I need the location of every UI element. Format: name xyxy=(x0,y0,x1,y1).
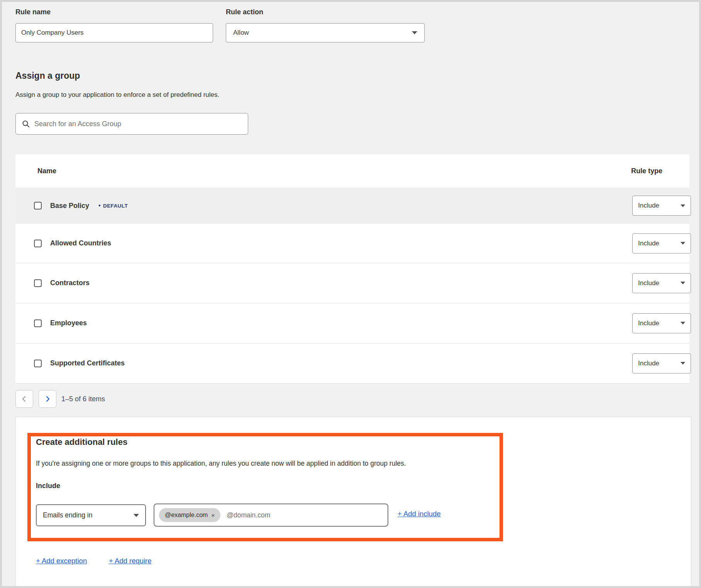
chevron-right-icon xyxy=(44,395,51,402)
badge-text: DEFAULT xyxy=(103,203,128,209)
prev-page-button[interactable] xyxy=(15,390,33,408)
chevron-down-icon xyxy=(681,242,685,245)
rule-selector-value: Emails ending in xyxy=(43,511,92,519)
rule-type-select[interactable]: Include xyxy=(632,313,691,333)
rule-type-select[interactable]: Include xyxy=(632,353,691,373)
table-row: Employees Include xyxy=(15,303,689,343)
email-domain-input[interactable] xyxy=(227,511,383,519)
search-icon xyxy=(22,120,30,128)
group-name: Base Policy xyxy=(50,202,89,210)
row-checkbox[interactable] xyxy=(34,319,42,327)
row-checkbox[interactable] xyxy=(34,360,42,367)
badge-bullet: • xyxy=(98,202,101,209)
rule-name-input[interactable] xyxy=(21,29,207,37)
rule-type-select[interactable]: Include xyxy=(632,233,691,253)
rule-name-field-wrap xyxy=(15,23,213,42)
tag-label: @example.com xyxy=(165,512,208,519)
chevron-down-icon xyxy=(412,31,417,34)
rule-type-select[interactable]: Include xyxy=(632,273,691,293)
group-name: Employees xyxy=(50,319,87,327)
access-rule-form-page: Rule name Rule action Allow Assign a gro… xyxy=(0,0,701,588)
rule-type-select[interactable]: Include xyxy=(632,196,691,216)
include-label: Include xyxy=(36,482,60,490)
chevron-left-icon xyxy=(21,395,28,402)
create-rules-heading: Create additional rules xyxy=(36,437,127,447)
table-row: Base Policy • DEFAULT Include xyxy=(15,188,689,224)
email-domains-input-wrap: @example.com × xyxy=(154,504,388,527)
email-domain-tag: @example.com × xyxy=(159,508,220,522)
table-header-row: Name Rule type xyxy=(15,154,689,188)
add-include-link[interactable]: + Add include xyxy=(398,510,441,518)
next-page-button[interactable] xyxy=(39,390,56,408)
table-row: Contractors Include xyxy=(15,263,689,303)
rule-type-column-header: Rule type xyxy=(631,167,662,175)
chevron-down-icon xyxy=(681,204,685,207)
group-name: Contractors xyxy=(50,279,90,287)
rule-name-label: Rule name xyxy=(15,8,51,16)
rule-action-label: Rule action xyxy=(226,8,263,16)
rule-selector-select[interactable]: Emails ending in xyxy=(36,504,146,526)
chevron-down-icon xyxy=(134,514,139,517)
name-column-header: Name xyxy=(37,167,56,175)
row-checkbox[interactable] xyxy=(34,279,42,287)
group-name: Supported Certificates xyxy=(50,359,125,367)
default-badge: • DEFAULT xyxy=(98,202,128,209)
chevron-down-icon xyxy=(681,282,685,284)
chevron-down-icon xyxy=(681,322,685,324)
pagination-status: 1–5 of 6 items xyxy=(61,395,105,403)
remove-tag-icon[interactable]: × xyxy=(211,512,215,519)
add-require-link[interactable]: + Add require xyxy=(109,557,152,565)
rule-action-value: Allow xyxy=(233,29,249,37)
access-groups-table: Name Rule type Base Policy • DEFAULT Inc… xyxy=(15,154,689,384)
create-rules-description: If you're assigning one or more groups t… xyxy=(36,460,491,468)
access-group-search-wrap xyxy=(15,113,248,135)
add-exception-link[interactable]: + Add exception xyxy=(36,557,87,565)
access-group-search-input[interactable] xyxy=(34,120,242,128)
assign-group-heading: Assign a group xyxy=(15,71,80,81)
rule-action-select[interactable]: Allow xyxy=(226,23,425,42)
table-row: Supported Certificates Include xyxy=(15,343,689,383)
assign-group-description: Assign a group to your application to en… xyxy=(15,91,219,99)
table-row: Allowed Countries Include xyxy=(15,224,689,263)
group-name: Allowed Countries xyxy=(50,239,111,247)
row-checkbox[interactable] xyxy=(34,202,42,210)
row-checkbox[interactable] xyxy=(34,240,42,247)
chevron-down-icon xyxy=(681,362,685,365)
